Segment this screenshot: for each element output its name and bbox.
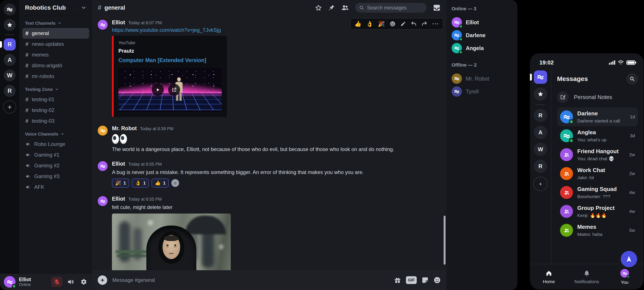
gif-picker-button[interactable]: GIF (406, 276, 417, 284)
quick-react-emoji-3[interactable]: 🎉 (378, 21, 385, 27)
channel-testing-03[interactable]: #testing-03 (22, 116, 89, 126)
member-darlene[interactable]: Darlene (452, 29, 512, 42)
embed-video-title[interactable]: Computer Man [Extended Version] (118, 57, 222, 63)
channel-section-label[interactable]: Text Channels (25, 21, 86, 26)
conversation-memes[interactable]: Memes Mateo: haha 5w (557, 221, 638, 240)
channel-memes[interactable]: #memes (22, 49, 89, 60)
quick-react-emoji-2[interactable]: 👌 (366, 21, 373, 27)
server-icon-4[interactable]: R (4, 85, 16, 97)
attach-file-button[interactable]: + (98, 275, 107, 285)
conversation-texts: Darlene Darlene started a call (577, 110, 626, 123)
nav-you[interactable]: You (606, 269, 644, 285)
play-button[interactable] (152, 84, 164, 96)
voice-channel-robo-lounge[interactable]: Robo Lounge (22, 139, 89, 149)
server-icon-3[interactable]: W (4, 69, 16, 81)
voice-channel-afk[interactable]: AFK (22, 182, 89, 192)
members-toggle-button[interactable] (341, 4, 349, 12)
page-title: Messages (557, 75, 626, 83)
conversation-group-project[interactable]: Group Project Kenji: 🔥🔥🔥 4w (557, 202, 638, 221)
channel-section-label[interactable]: Testing Zone (25, 87, 86, 92)
channel-news-updates[interactable]: #news-updates (22, 39, 89, 49)
member-mr-robot[interactable]: Mr. Robot (452, 72, 512, 85)
message-author-avatar[interactable] (98, 196, 108, 206)
server-icon-4[interactable]: R (534, 160, 547, 173)
conversation-darlene[interactable]: Darlene Darlene started a call 1d (557, 107, 638, 126)
search-button[interactable] (626, 73, 638, 85)
voice-channel-gaming-1[interactable]: Gaming #1 (22, 149, 89, 160)
saved-notes-button[interactable] (4, 19, 16, 31)
new-message-fab[interactable] (621, 251, 637, 267)
embed-site-name: YouTube (118, 40, 222, 45)
channel-testing-01[interactable]: #testing-01 (22, 94, 89, 105)
message-author-avatar[interactable] (98, 20, 108, 30)
nav-home[interactable]: Home (530, 270, 568, 284)
member-tyrell[interactable]: Tyrell (452, 85, 512, 98)
message-input[interactable]: Message #general (112, 277, 389, 283)
message-author[interactable]: Elliot (112, 196, 125, 202)
user-avatar[interactable] (4, 276, 16, 288)
microphone-muted-button[interactable] (51, 277, 62, 287)
conversation-friend-hangout[interactable]: Friend Hangout You: dead chat 💀 2w (557, 145, 638, 164)
home-logo-button[interactable] (534, 70, 547, 84)
server-icon-1[interactable]: R (534, 109, 547, 122)
server-icon-1[interactable]: R (4, 38, 16, 50)
settings-button[interactable] (79, 277, 88, 287)
message-author[interactable]: Mr. Robot (112, 125, 137, 132)
inbox-button[interactable] (433, 4, 441, 12)
add-server-button[interactable]: + (3, 100, 16, 114)
reply-button[interactable] (411, 21, 417, 27)
reaction-pill[interactable]: 🎉 1 (112, 178, 129, 187)
server-icon-2[interactable]: A (4, 54, 16, 66)
youtube-link[interactable]: https://www.youtube.com/watch?v=jeg_TJvk… (112, 27, 221, 33)
chevron-down-icon[interactable] (81, 5, 86, 10)
hash-icon: # (26, 41, 28, 47)
pinned-messages-button[interactable] (328, 4, 335, 11)
open-external-button[interactable] (168, 84, 180, 96)
message-author-avatar[interactable] (98, 126, 108, 136)
reaction-pill[interactable]: 👌 1 (132, 178, 149, 187)
voice-channel-gaming-2[interactable]: Gaming #2 (22, 160, 89, 171)
home-logo-button[interactable] (4, 3, 16, 15)
channel-mr-roboto[interactable]: #mr-roboto (22, 71, 89, 82)
channel-name: Robo Lounge (34, 141, 65, 147)
favorite-channel-button[interactable] (315, 4, 322, 11)
quick-react-emoji-1[interactable]: 👍 (354, 21, 362, 27)
forward-button[interactable] (422, 21, 428, 27)
conversation-work-chat[interactable]: Work Chat Jake: lol 2w (557, 164, 638, 183)
personal-notes-item[interactable]: Personal Notes (557, 89, 638, 105)
add-server-button[interactable]: + (533, 177, 548, 191)
message-author[interactable]: Elliot (112, 161, 125, 167)
speaker-button[interactable] (66, 277, 75, 287)
edit-message-button[interactable] (400, 21, 406, 27)
speaker-icon (26, 173, 31, 179)
chat-scrollbar[interactable] (444, 216, 446, 265)
more-options-button[interactable]: ··· (432, 21, 439, 27)
channel-name: Gaming #2 (34, 163, 60, 169)
channel-general[interactable]: #general (22, 28, 89, 39)
sticker-button[interactable] (422, 277, 429, 284)
conversation-anglea[interactable]: Anglea You: what’s up 3d (557, 126, 638, 145)
conversation-gaming-squad[interactable]: Gaming Squad Basshunter: ??? 4w (557, 183, 638, 202)
emoji-picker-button[interactable] (434, 277, 441, 284)
reaction-pill[interactable]: 👍 1 (152, 178, 169, 187)
nav-notifications[interactable]: Notifications (568, 270, 606, 284)
server-header[interactable]: Robotics Club (19, 0, 92, 16)
server-icon-3[interactable]: W (534, 143, 547, 156)
voice-channel-gaming-3[interactable]: Gaming #3 (22, 171, 89, 182)
add-reaction-button[interactable] (171, 179, 179, 187)
message-author-avatar[interactable] (98, 161, 108, 171)
message-timestamp: Today at 8:39 PM (140, 126, 174, 131)
member-angela[interactable]: Angela (452, 42, 512, 55)
channel-testing-02[interactable]: #testing-02 (22, 105, 89, 116)
add-reaction-button[interactable] (390, 21, 396, 27)
member-elliot[interactable]: Elliot (452, 16, 512, 29)
message-author[interactable]: Elliot (112, 19, 125, 25)
photo-attachment[interactable] (112, 214, 231, 270)
channel-d-mo-arigat-[interactable]: #dōmo-arigatō (22, 60, 89, 71)
external-link-icon (172, 87, 177, 92)
saved-notes-button[interactable] (534, 87, 547, 101)
gift-button[interactable] (394, 277, 401, 284)
channel-section-label[interactable]: Voice Channels (25, 132, 86, 137)
search-messages-input[interactable]: Search messages (355, 3, 426, 13)
server-icon-2[interactable]: A (534, 126, 547, 139)
